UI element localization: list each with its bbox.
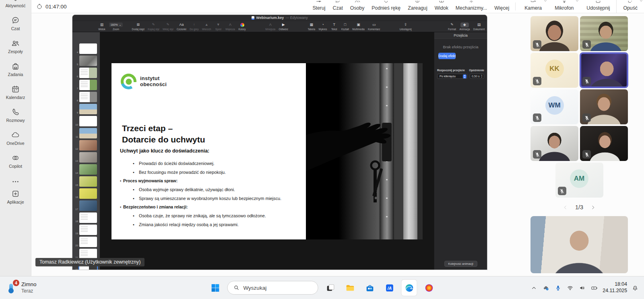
sidebar-item[interactable]: Zespoły [0,39,31,57]
participant-video-tile[interactable] [530,16,578,51]
av-control-button[interactable]: Kamera [518,0,548,13]
current-slide[interactable]: instytut obecności Trzeci etap – Dotarci… [111,63,423,239]
sidebar-item[interactable]: Zadania [0,62,31,80]
slide-thumbnail[interactable]: 18 [72,212,98,223]
weather-widget[interactable]: 4 Zimno Teraz [6,276,37,299]
slide-thumbnail[interactable]: 13 [72,152,98,163]
add-effect-button[interactable]: Dodaj efekt [438,53,456,59]
delay-stepper[interactable]: 0,50 s ▲▼ [470,74,484,79]
sidebar-item[interactable]: Kalendarz [0,85,31,103]
sidebar-item[interactable] [0,176,31,187]
notification-bell-icon[interactable]: z [630,282,641,293]
keynote-tool-button[interactable]: ✎ ⌄ Kopiuj styl [148,23,159,31]
slide-thumbnail-preview[interactable] [79,80,97,90]
firefox-icon[interactable] [421,280,437,296]
taskbar-clock[interactable]: 18:04 24.11.2025 [603,281,627,294]
keynote-tool-button[interactable]: Aa ⌄ Czcionki [177,23,186,31]
self-video-tile[interactable] [530,216,628,273]
select-stepper-icon[interactable]: ▲▼ [463,74,466,78]
sidebar-item[interactable]: Czat [0,16,31,34]
participant-video-tile[interactable] [580,126,628,161]
slide-thumbnail-preview[interactable] [79,176,97,187]
keynote-tool-button[interactable]: A ⌄ Większa [225,23,235,31]
meeting-control-button[interactable]: Steruj [309,0,329,13]
keynote-tool-button[interactable]: ↑ ⌄ Do góry [190,23,199,31]
keynote-tool-button[interactable]: ▦ ⌄ Tabela [308,23,315,31]
delay-stepper-icon[interactable]: ▲▼ [481,74,483,78]
next-page-button[interactable] [590,205,596,210]
slide-thumbnail[interactable]: 17 [72,200,98,211]
slide-thumbnail-preview[interactable] [79,128,97,138]
participant-video-tile[interactable] [580,16,628,51]
keynote-tool-button[interactable]: A ⌄ Mniejsza [266,23,275,31]
slide-thumbnail-preview[interactable] [79,140,97,151]
zoom-level-control[interactable]: 160% ⌄ [109,23,123,27]
slide-thumbnail-preview[interactable] [79,212,97,223]
slide-thumbnail[interactable]: 11 [72,128,98,138]
start-button[interactable] [208,280,223,296]
slide-thumbnail[interactable]: 6 [72,68,98,78]
chevron-down-icon[interactable] [639,0,643,3]
keynote-tool-button[interactable]: ⇧ ⌄ Udostępnij [400,23,411,31]
av-control-button[interactable]: Udostępnij [580,0,616,13]
participant-video-tile[interactable] [580,89,628,124]
keynote-tool-button[interactable]: ▤ ⌄ Dokument [473,23,485,31]
slide-thumbnail-preview[interactable] [79,188,97,199]
slide-thumbnail-preview[interactable] [79,104,97,114]
slide-thumbnail-preview[interactable] [79,164,97,175]
previous-page-button[interactable] [563,205,568,210]
keynote-tool-button[interactable]: ▣ ⌄ Multimedia [353,23,365,31]
slide-thumbnail-preview[interactable] [79,152,97,163]
sidebar-item[interactable]: Copilot [0,153,31,172]
av-control-button[interactable]: Opuść [616,0,644,13]
keynote-tool-button[interactable]: ✎ ⌄ Format [448,23,456,31]
slide-thumbnail-preview[interactable] [79,56,97,66]
appA-icon[interactable]: /A [382,280,397,296]
slide-thumbnail-preview[interactable] [79,225,97,235]
slide-thumbnail[interactable]: 7 [72,80,98,90]
participant-video-tile[interactable]: WM [530,89,578,124]
keynote-tool-button[interactable]: ▲ ⌄ Wierzch [202,23,211,31]
sidebar-item[interactable]: Rozmowy [0,107,31,126]
explorer-icon[interactable] [343,280,358,296]
slide-thumbnail-preview[interactable] [79,92,97,102]
sidebar-item[interactable]: Aplikacje [0,189,31,208]
slide-thumbnail[interactable]: 15 [72,176,98,187]
chevron-down-icon[interactable] [575,0,579,3]
keynote-tool-button[interactable]: □ ⌄ Kształt [341,23,349,31]
participant-video-tile[interactable] [580,53,628,88]
wifi-icon[interactable] [565,282,575,293]
keynote-tool-button[interactable]: T ⌄ Tekst [330,23,338,31]
meeting-control-button[interactable]: Widok [431,0,452,13]
keynote-canvas[interactable]: instytut obecności Trzeci etap – Dotarci… [100,32,434,270]
participant-video-tile[interactable]: KK [530,53,578,88]
slide-thumbnail[interactable]: 9 [72,104,98,114]
trayChev-icon[interactable] [528,282,539,293]
slide-thumbnail[interactable]: 12 [72,140,98,151]
meeting-control-button[interactable]: Osoby [347,0,368,13]
meeting-control-button[interactable]: Więcej [491,0,513,13]
meeting-control-button[interactable]: Mechanizmy... [452,0,491,13]
meeting-control-button[interactable]: Podnieś rękę [368,0,404,13]
slide-thumbnail-preview[interactable] [79,43,97,54]
av-control-button[interactable]: Mikrofon [548,0,580,13]
participant-video-tile[interactable] [530,126,578,161]
meeting-control-button[interactable]: Zareaguj [404,0,431,13]
search-input[interactable]: Wyszukaj [227,281,318,295]
slide-thumbnail[interactable]: 14 [72,164,98,175]
keynote-tool-button[interactable]: ✎ ⌄ Wklej styl [163,23,173,31]
keynote-tool-button[interactable]: ⌄ Kolory [239,23,246,31]
keynote-tool-button[interactable]: ⊞ ⌄ Dodaj slajd [132,23,144,31]
slide-thumbnail-preview[interactable] [79,237,97,247]
slide-thumbnail[interactable]: 5 [72,56,98,66]
animation-order-button[interactable]: Kolejność animacji [444,261,477,267]
start-transition-select[interactable]: Po kliknięciu ▲▼ [437,74,468,79]
slide-thumbnail[interactable]: 8 [72,92,98,102]
keynote-titlebar[interactable]: Webinarium.key — Edytowany [72,15,487,21]
keynote-tool-button[interactable]: ◆ ⌄ Animacja [460,23,470,31]
slide-thumbnail[interactable]: 20 [72,237,98,247]
slide-thumbnail-preview[interactable] [79,200,97,211]
keynote-tool-button[interactable]: ▼ ⌄ Spód [215,23,222,31]
participant-video-tile[interactable]: AM [555,163,603,198]
edge-icon[interactable] [402,280,417,296]
